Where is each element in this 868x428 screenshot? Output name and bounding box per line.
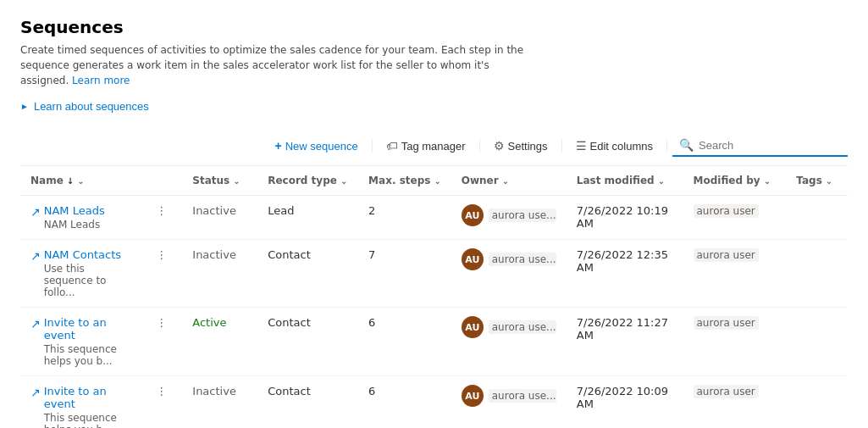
col-header-owner[interactable]: Owner ⌄ [451, 166, 567, 196]
record-type-value: Contact [268, 385, 311, 397]
record-type-cell: Lead [257, 196, 358, 240]
last-modified-value: 7/26/2022 12:35 AM [577, 248, 668, 274]
last-modified-value: 7/26/2022 11:27 AM [577, 316, 668, 342]
status-cell: Inactive [182, 376, 257, 429]
sequence-name[interactable]: NAM Contacts [44, 248, 131, 261]
filter-icon-modified: ⌄ [658, 176, 665, 186]
more-options-cell: ⋮ [141, 376, 182, 429]
status-cell: Inactive [182, 196, 257, 240]
col-header-record-type[interactable]: Record type ⌄ [257, 166, 358, 196]
new-sequence-button[interactable]: + New sequence [267, 135, 367, 157]
col-header-name[interactable]: Name ↓ ⌄ [20, 166, 141, 196]
settings-icon: ⚙ [494, 139, 505, 153]
toolbar-divider-3 [561, 139, 562, 153]
col-header-tags[interactable]: Tags ⌄ [786, 166, 848, 196]
tag-manager-button[interactable]: 🏷 Tag manager [378, 135, 474, 157]
owner-name: aurora use... [489, 253, 556, 266]
row-arrow-icon: ↗ [30, 386, 41, 399]
last-modified-cell: 7/26/2022 11:27 AM [567, 308, 683, 376]
table-row: ↗ NAM Leads NAM Leads ⋮ Inactive Lead 2 … [20, 196, 848, 240]
status-cell: Inactive [182, 240, 257, 308]
sequences-table: Name ↓ ⌄ Status ⌄ Record type ⌄ [20, 166, 848, 428]
avatar: AU [462, 316, 484, 338]
max-steps-cell: 6 [358, 376, 451, 429]
last-modified-cell: 7/26/2022 12:35 AM [567, 240, 683, 308]
modified-by-value: aurora user [694, 204, 759, 218]
max-steps-value: 6 [368, 385, 375, 397]
modified-by-value: aurora user [694, 316, 759, 330]
settings-button[interactable]: ⚙ Settings [485, 135, 556, 157]
last-modified-cell: 7/26/2022 10:09 AM [567, 376, 683, 429]
sequence-name[interactable]: Invite to an event [44, 385, 131, 410]
more-options-button[interactable]: ⋮ [151, 203, 172, 219]
modified-by-value: aurora user [694, 248, 759, 262]
status-cell: Active [182, 308, 257, 376]
owner-cell: AU aurora use... [451, 196, 567, 240]
sort-down-icon: ↓ [67, 176, 74, 186]
row-arrow-icon: ↗ [30, 205, 41, 219]
tag-icon: 🏷 [386, 139, 398, 153]
columns-icon: ☰ [576, 139, 587, 153]
filter-icon-status: ⌄ [233, 176, 240, 186]
owner-cell: AU aurora use... [451, 240, 567, 308]
filter-icon-max: ⌄ [434, 176, 440, 186]
learn-more-link[interactable]: Learn more [72, 75, 130, 86]
tags-cell [786, 196, 848, 240]
sequence-name[interactable]: NAM Leads [44, 204, 105, 217]
page-title: Sequences [20, 17, 848, 37]
sequence-sub: This sequence helps you b... [44, 412, 131, 428]
last-modified-value: 7/26/2022 10:09 AM [577, 385, 668, 410]
table-body: ↗ NAM Leads NAM Leads ⋮ Inactive Lead 2 … [20, 196, 848, 429]
learn-about-section: ► Learn about sequences [20, 100, 848, 113]
last-modified-value: 7/26/2022 10:19 AM [577, 204, 668, 230]
owner-name: aurora use... [489, 320, 556, 334]
more-options-button[interactable]: ⋮ [151, 383, 172, 399]
name-cell: ↗ NAM Contacts Use this sequence to foll… [20, 240, 141, 308]
table-row: ↗ NAM Contacts Use this sequence to foll… [20, 240, 848, 308]
table-row: ↗ Invite to an event This sequence helps… [20, 376, 848, 429]
filter-icon-owner: ⌄ [502, 176, 509, 186]
col-header-modified-by[interactable]: Modified by ⌄ [683, 166, 787, 196]
max-steps-value: 2 [368, 204, 375, 217]
avatar: AU [462, 385, 484, 407]
max-steps-cell: 2 [358, 196, 451, 240]
tags-cell [786, 308, 848, 376]
more-options-button[interactable]: ⋮ [151, 314, 172, 331]
page-description: Create timed sequences of activities to … [20, 42, 528, 88]
more-options-cell: ⋮ [141, 308, 182, 376]
record-type-value: Contact [268, 248, 311, 261]
name-cell: ↗ NAM Leads NAM Leads [20, 196, 141, 240]
filter-icon-tags: ⌄ [826, 176, 832, 186]
col-header-max-steps[interactable]: Max. steps ⌄ [358, 166, 451, 196]
record-type-cell: Contact [257, 308, 358, 376]
row-arrow-icon: ↗ [30, 249, 41, 263]
status-value: Active [192, 316, 226, 329]
sequence-sub: This sequence helps you b... [44, 343, 131, 367]
search-icon: 🔍 [679, 138, 694, 152]
name-cell: ↗ Invite to an event This sequence helps… [20, 376, 141, 429]
owner-name: aurora use... [489, 208, 556, 222]
status-value: Inactive [192, 385, 236, 397]
filter-icon-record: ⌄ [340, 176, 347, 186]
sequence-name[interactable]: Invite to an event [44, 316, 131, 342]
learn-about-button[interactable]: ► Learn about sequences [20, 100, 149, 113]
search-input[interactable] [699, 139, 841, 152]
search-box: 🔍 [672, 135, 848, 157]
plus-icon: + [275, 139, 282, 153]
table-row: ↗ Invite to an event This sequence helps… [20, 308, 848, 376]
col-header-status[interactable]: Status ⌄ [182, 166, 257, 196]
sequence-sub: Use this sequence to follo... [44, 263, 131, 298]
toolbar-divider-4 [666, 139, 667, 153]
edit-columns-button[interactable]: ☰ Edit columns [567, 135, 661, 157]
record-type-cell: Contact [257, 240, 358, 308]
tags-cell [786, 376, 848, 429]
more-options-button[interactable]: ⋮ [151, 247, 172, 263]
owner-cell: AU aurora use... [451, 376, 567, 429]
avatar: AU [462, 248, 484, 270]
tags-cell [786, 240, 848, 308]
filter-icon-name: ⌄ [77, 176, 84, 186]
more-options-cell: ⋮ [141, 240, 182, 308]
owner-name: aurora use... [489, 389, 556, 403]
col-header-last-modified[interactable]: Last modified ⌄ [567, 166, 683, 196]
row-arrow-icon: ↗ [30, 317, 41, 331]
